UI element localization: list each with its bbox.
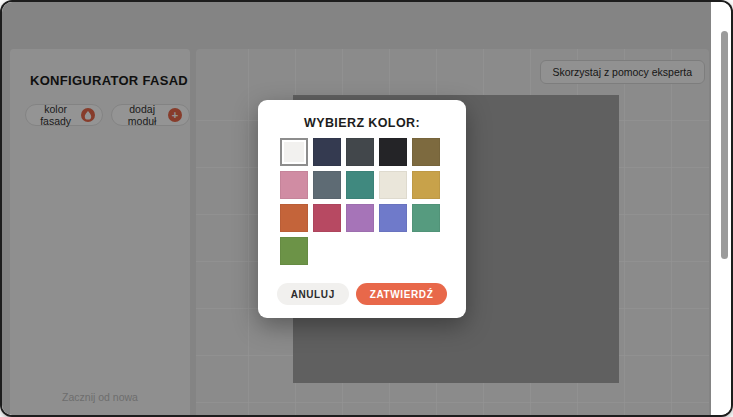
- color-swatch-2[interactable]: [346, 138, 374, 166]
- color-swatch-7[interactable]: [346, 171, 374, 199]
- color-swatch-0[interactable]: [280, 138, 308, 166]
- color-swatch-5[interactable]: [280, 171, 308, 199]
- color-swatch-8[interactable]: [379, 171, 407, 199]
- confirm-button[interactable]: ZATWIERDŹ: [356, 283, 448, 305]
- color-swatch-14[interactable]: [412, 204, 440, 232]
- color-swatch-1[interactable]: [313, 138, 341, 166]
- color-swatch-10[interactable]: [280, 204, 308, 232]
- color-swatch-4[interactable]: [412, 138, 440, 166]
- scrollbar-track[interactable]: [711, 2, 731, 415]
- color-swatch-13[interactable]: [379, 204, 407, 232]
- modal-actions: ANULUJ ZATWIERDŹ: [258, 283, 466, 305]
- color-swatch-15[interactable]: [280, 237, 308, 265]
- scrollbar-thumb[interactable]: [721, 31, 728, 259]
- app-window: KONFIGURATOR FASAD kolor fasady dodaj mo…: [2, 2, 731, 415]
- color-swatch-12[interactable]: [346, 204, 374, 232]
- swatch-grid: [258, 138, 466, 265]
- app-page: KONFIGURATOR FASAD kolor fasady dodaj mo…: [2, 2, 711, 415]
- color-swatch-6[interactable]: [313, 171, 341, 199]
- cancel-button[interactable]: ANULUJ: [277, 283, 349, 305]
- color-picker-modal: WYBIERZ KOLOR: ANULUJ ZATWIERDŹ: [258, 100, 466, 318]
- modal-title: WYBIERZ KOLOR:: [258, 116, 466, 130]
- color-swatch-11[interactable]: [313, 204, 341, 232]
- color-swatch-3[interactable]: [379, 138, 407, 166]
- color-swatch-9[interactable]: [412, 171, 440, 199]
